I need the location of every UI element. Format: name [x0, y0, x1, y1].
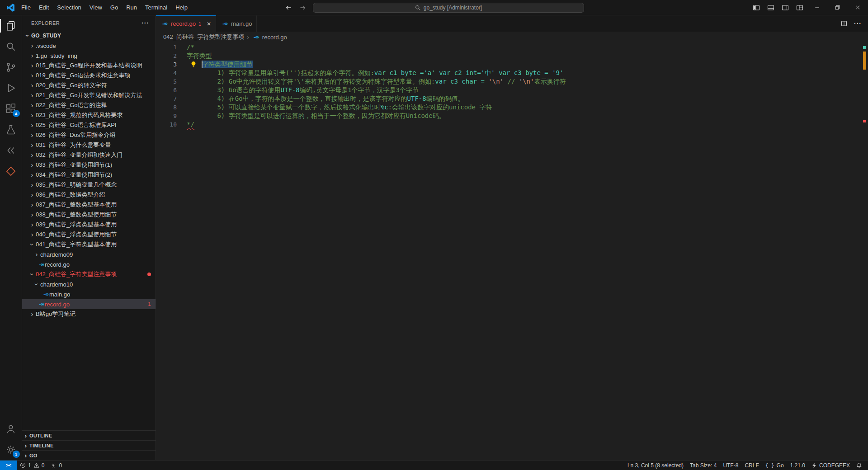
tree-item[interactable]: ›chardemo10 — [22, 279, 156, 289]
tree-item-label: 041_尚硅谷_字符类型基本使用 — [36, 240, 117, 249]
language-mode-indicator[interactable]: { } Go — [762, 461, 787, 470]
indentation-indicator[interactable]: Tab Size: 4 — [687, 461, 720, 470]
code-line-3[interactable]: 3 字符类型使用细节 — [156, 60, 868, 69]
breadcrumb-file[interactable]: record.go — [262, 34, 287, 41]
customize-layout-icon[interactable] — [793, 4, 807, 11]
encoding-indicator[interactable]: UTF-8 — [720, 461, 741, 470]
code-line-7[interactable]: 7 4) 在Go中，字符的本质是一个整数，直接输出时，是该字符对应的UTF-8编… — [156, 94, 868, 103]
tree-item[interactable]: -∞main.go — [22, 289, 156, 299]
ports-indicator[interactable]: 0 — [47, 461, 65, 470]
tree-item[interactable]: ›015_尚硅谷_Go程序开发和基本结构说明 — [22, 61, 156, 70]
tree-item[interactable]: -∞record.go1 — [22, 299, 156, 309]
minimize-button[interactable] — [807, 0, 827, 15]
tree-item[interactable]: ›chardemo09 — [22, 249, 156, 259]
title-bar-right — [749, 0, 868, 15]
editor-more-actions-icon[interactable]: ··· — [854, 20, 862, 27]
menu-edit[interactable]: Edit — [35, 2, 53, 13]
tree-item[interactable]: ›037_尚硅谷_整数类型基本使用 — [22, 200, 156, 210]
tree-item[interactable]: -∞record.go — [22, 259, 156, 269]
problems-indicator[interactable]: 1 0 — [17, 461, 47, 470]
code-segment: 2) Go中允许使用转义字符'\'来将其后的字符转变为特殊字符型常量。例如: — [187, 78, 435, 85]
section-timeline[interactable]: ›TIMELINE — [22, 440, 156, 450]
back-arrow-icon[interactable] — [285, 4, 292, 11]
tree-item[interactable]: ›025_尚硅谷_Go语言标准库API — [22, 120, 156, 130]
tree-item[interactable]: ›B站go学习笔记 — [22, 309, 156, 319]
code-line-4[interactable]: 4 1) 字符常量是用单引号('')括起来的单个字符。例如:var c1 byt… — [156, 69, 868, 77]
tree-item[interactable]: ›042_尚硅谷_字符类型注意事项 — [22, 269, 156, 279]
remote-indicator[interactable]: >< — [0, 461, 17, 470]
code-editor[interactable]: 1/*2字符类型3 字符类型使用细节4 1) 字符常量是用单引号('')括起来的… — [156, 42, 868, 460]
chevron-right-icon: › — [33, 249, 40, 259]
tree-item[interactable]: ›1.go_study_img — [22, 51, 156, 61]
toggle-panel-icon[interactable] — [764, 4, 778, 11]
tree-item[interactable]: ›031_尚硅谷_为什么需要变量 — [22, 140, 156, 150]
activity-item-accounts[interactable] — [0, 418, 22, 439]
activity-item-manage[interactable]: 1 — [0, 439, 22, 460]
views-more-actions-icon[interactable]: ··· — [142, 19, 149, 27]
activity-item-testing[interactable] — [0, 119, 22, 140]
toggle-primary-sidebar-icon[interactable] — [749, 4, 764, 11]
tree-item[interactable]: ›023_尚硅谷_规范的代码风格要求 — [22, 110, 156, 120]
activity-item-search[interactable] — [0, 36, 22, 57]
line-number: 7 — [156, 94, 177, 103]
code-line-6[interactable]: 6 3) Go语言的字符使用UTF-8编码,英文字母是1个字节，汉字是3个字节 — [156, 86, 868, 94]
go-version-indicator[interactable]: 1.21.0 — [787, 461, 808, 470]
tree-item[interactable]: ›033_尚硅谷_变量使用细节(1) — [22, 160, 156, 170]
menu-run[interactable]: Run — [122, 2, 141, 13]
code-line-8[interactable]: 8 5) 可以直接给某个变量赋一个数字，然后按格式化输出时%c:会输出该数字对应… — [156, 103, 868, 112]
breadcrumb-folder[interactable]: 042_尚硅谷_字符类型注意事项 — [163, 33, 244, 41]
forward-arrow-icon[interactable] — [299, 4, 307, 11]
tab-label: record.go — [171, 20, 196, 27]
tree-item[interactable]: ›034_尚硅谷_变量使用细节(2) — [22, 170, 156, 180]
activity-item-source-control[interactable] — [0, 57, 22, 78]
tree-item[interactable]: ›032_尚硅谷_变量介绍和快速入门 — [22, 150, 156, 160]
activity-item-extension-diamond[interactable] — [0, 161, 22, 182]
eol-indicator[interactable]: CRLF — [741, 461, 762, 470]
tree-item[interactable]: ›026_尚硅谷_Dos常用指令介绍 — [22, 130, 156, 140]
lightbulb-icon[interactable] — [190, 61, 197, 67]
code-line-5[interactable]: 5 2) Go中允许使用转义字符'\'来将其后的字符转变为特殊字符型常量。例如:… — [156, 77, 868, 86]
close-window-button[interactable] — [848, 0, 868, 15]
code-line-10[interactable]: 10*/ — [156, 120, 868, 129]
section-outline[interactable]: ›OUTLINE — [22, 430, 156, 440]
section-label: OUTLINE — [29, 433, 52, 438]
menu-help[interactable]: Help — [171, 2, 192, 13]
split-editor-icon[interactable] — [840, 20, 848, 27]
tree-item[interactable]: ›035_尚硅谷_明确变量几个概念 — [22, 180, 156, 190]
menu-terminal[interactable]: Terminal — [141, 2, 171, 13]
tree-item[interactable]: ›.vscode — [22, 41, 156, 51]
tree-item[interactable]: ›019_尚硅谷_Go语法要求和注意事项 — [22, 70, 156, 80]
cursor-position-indicator[interactable]: Ln 3, Col 5 (8 selected) — [624, 461, 687, 470]
code-line-9[interactable]: 9 6) 字符类型是可以进行运算的，相当于一个整数，因为它都对应有Unicode… — [156, 112, 868, 120]
vscode-window: FileEditSelectionViewGoRunTerminalHelp g… — [0, 0, 868, 470]
tab-record-go[interactable]: -∞ record.go 1 ✕ — [156, 15, 216, 32]
tab-main-go[interactable]: -∞ main.go — [216, 15, 257, 32]
notifications-indicator[interactable] — [853, 461, 865, 470]
section-go[interactable]: ›GO — [22, 450, 156, 460]
tree-item[interactable]: ›022_尚硅谷_Go语言的注释 — [22, 100, 156, 110]
tree-item[interactable]: ›040_尚硅谷_浮点类型使用细节 — [22, 230, 156, 240]
restore-button[interactable] — [827, 0, 848, 15]
activity-item-codegeex[interactable] — [0, 140, 22, 161]
menu-selection[interactable]: Selection — [53, 2, 85, 13]
tree-item[interactable]: ›021_尚硅谷_Go开发常见错误和解决方法 — [22, 90, 156, 100]
tree-root-folder[interactable]: › GO_STUDY — [22, 31, 156, 41]
codegeex-indicator[interactable]: CODEGEEX — [808, 461, 853, 470]
tree-item[interactable]: ›036_尚硅谷_数据类型介绍 — [22, 190, 156, 200]
command-center-search[interactable]: go_study [Administrator] — [313, 3, 584, 13]
overview-ruler[interactable] — [862, 42, 868, 460]
menu-go[interactable]: Go — [106, 2, 122, 13]
activity-item-run-debug[interactable] — [0, 78, 22, 99]
activity-item-extensions[interactable]: 4 — [0, 99, 22, 119]
close-tab-icon[interactable]: ✕ — [207, 21, 211, 27]
tree-item[interactable]: ›041_尚硅谷_字符类型基本使用 — [22, 240, 156, 249]
tree-item[interactable]: ›020_尚硅谷_Go的转义字符 — [22, 80, 156, 90]
menu-file[interactable]: File — [17, 2, 35, 13]
tree-item[interactable]: ›039_尚硅谷_浮点类型基本使用 — [22, 220, 156, 230]
code-line-1[interactable]: 1/* — [156, 43, 868, 52]
tree-item[interactable]: ›038_尚硅谷_整数类型使用细节 — [22, 210, 156, 220]
code-line-2[interactable]: 2字符类型 — [156, 52, 868, 60]
menu-view[interactable]: View — [85, 2, 106, 13]
activity-item-explorer[interactable] — [0, 15, 22, 36]
toggle-secondary-sidebar-icon[interactable] — [778, 4, 793, 11]
